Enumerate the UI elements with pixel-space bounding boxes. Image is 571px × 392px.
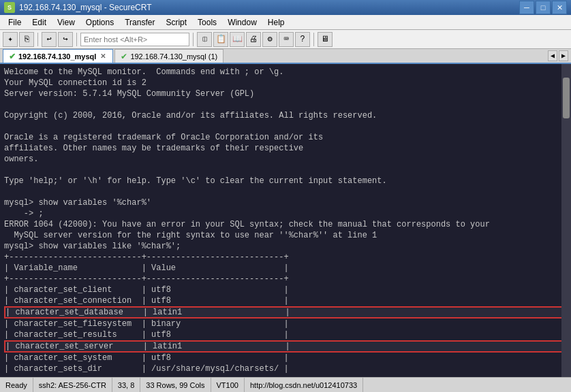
toolbar-copy-btn[interactable]: ⎅ xyxy=(197,32,212,47)
scroll-thumb[interactable] xyxy=(563,78,570,118)
status-terminal: VT100 xyxy=(211,378,245,392)
toolbar-settings-btn[interactable]: ⚙ xyxy=(262,32,277,47)
term-line-4 xyxy=(4,99,567,110)
app-icon: S xyxy=(4,2,15,13)
tab-1-close-icon[interactable]: ✕ xyxy=(99,52,107,61)
term-line-6 xyxy=(4,121,567,132)
status-encryption: ssh2: AES-256-CTR xyxy=(33,378,112,392)
term-line-1: Welcome to the MySQL monitor. Commands e… xyxy=(4,67,567,78)
status-position: 33, 8 xyxy=(112,378,140,392)
term-line-9: owners. xyxy=(4,154,567,165)
term-row-1: | character_set_client | utf8 | xyxy=(4,284,567,295)
term-line-11: Type 'help;' or '\h' for help. Type '\c'… xyxy=(4,176,567,186)
title-bar: S 192.168.74.130_mysql - SecureCRT ─ □ ✕ xyxy=(0,0,571,15)
menu-window[interactable]: Window xyxy=(222,15,262,29)
toolbar-book-btn[interactable]: 📖 xyxy=(230,32,245,47)
term-line-2: Your MySQL connection id is 2 xyxy=(4,78,567,88)
status-dimensions: 33 Rows, 99 Cols xyxy=(140,378,211,392)
tab-nav: ◀ ▶ xyxy=(548,50,568,61)
menu-file[interactable]: File xyxy=(3,15,27,29)
term-line-5: Copyright (c) 2000, 2016, Oracle and/or … xyxy=(4,110,567,121)
terminal-content: Welcome to the MySQL monitor. Commands e… xyxy=(4,67,567,374)
maximize-button[interactable]: □ xyxy=(536,1,551,14)
toolbar-clone-btn[interactable]: ⎘ xyxy=(19,32,34,47)
toolbar-sep-4 xyxy=(313,33,314,46)
term-line-16: MySQL server version for the right synta… xyxy=(4,230,567,241)
tab-nav-right[interactable]: ▶ xyxy=(559,50,568,61)
menu-help[interactable]: Help xyxy=(262,15,290,29)
toolbar-sep-1 xyxy=(37,33,38,46)
toolbar-redo-btn[interactable]: ↪ xyxy=(58,32,73,47)
toolbar-monitor-btn[interactable]: 🖥 xyxy=(318,32,333,47)
scrollbar[interactable] xyxy=(561,64,571,377)
toolbar: ✦ ⎘ ↩ ↪ ⎅ 📋 📖 🖨 ⚙ ⌨ ? 🖥 xyxy=(0,30,571,49)
toolbar-sep-2 xyxy=(76,33,77,46)
status-bar: Ready ssh2: AES-256-CTR 33, 8 33 Rows, 9… xyxy=(0,377,571,392)
term-row-5: | character_set_results | utf8 | xyxy=(4,329,567,340)
tab-2-label: 192.168.74.130_mysql (1) xyxy=(130,52,217,61)
menu-transfer[interactable]: Transfer xyxy=(119,15,160,29)
term-row-8: | character_sets_dir | /usr/share/mysql/… xyxy=(4,363,567,374)
term-row-4: | character_set_filesystem | binary | xyxy=(4,318,567,329)
tab-1-label: 192.168.74.130_mysql xyxy=(18,52,96,61)
term-row-2: | character_set_connection | utf8 | xyxy=(4,295,567,306)
toolbar-print-btn[interactable]: 🖨 xyxy=(246,32,261,47)
menu-script[interactable]: Script xyxy=(160,15,192,29)
window-title: 192.168.74.130_mysql - SecureCRT xyxy=(19,3,152,12)
title-bar-left: S 192.168.74.130_mysql - SecureCRT xyxy=(4,2,152,13)
tab-nav-left[interactable]: ◀ xyxy=(548,50,557,61)
menu-edit[interactable]: Edit xyxy=(27,15,52,29)
term-row-6-highlight: | character_set_server | latin1 | xyxy=(4,340,567,353)
toolbar-undo-btn[interactable]: ↩ xyxy=(42,32,57,47)
tab-1-check-icon: ✔ xyxy=(9,52,16,61)
term-line-8: affiliates. Other names may be trademark… xyxy=(4,143,567,154)
menu-bar: File Edit View Options Transfer Script T… xyxy=(0,15,571,30)
term-line-13: mysql> show variables '%char%' xyxy=(4,197,567,208)
menu-view[interactable]: View xyxy=(52,15,80,29)
term-line-14: -> ; xyxy=(4,208,567,219)
term-line-10 xyxy=(4,165,567,176)
terminal[interactable]: Welcome to the MySQL monitor. Commands e… xyxy=(0,64,571,377)
tab-bar: ✔ 192.168.74.130_mysql ✕ ✔ 192.168.74.13… xyxy=(0,49,571,64)
tab-1[interactable]: ✔ 192.168.74.130_mysql ✕ xyxy=(3,49,113,63)
term-line-7: Oracle is a registered trademark of Orac… xyxy=(4,132,567,143)
status-ready: Ready xyxy=(4,378,33,392)
title-controls: ─ □ ✕ xyxy=(519,1,567,14)
term-line-17: mysql> show variables like '%char%'; xyxy=(4,241,567,252)
term-row-3-highlight: | character_set_database | latin1 | xyxy=(4,306,567,318)
term-table-sep-2: +---------------------------+-----------… xyxy=(4,274,567,284)
host-input[interactable] xyxy=(80,33,189,46)
toolbar-help-btn[interactable]: ? xyxy=(295,32,310,47)
term-line-3: Server version: 5.7.14 MySQL Community S… xyxy=(4,88,567,99)
menu-tools[interactable]: Tools xyxy=(192,15,222,29)
status-url[interactable]: http://blog.csdn.net/u012410733 xyxy=(245,378,363,392)
term-row-7: | character_set_system | utf8 | xyxy=(4,353,567,363)
toolbar-map-btn[interactable]: ⌨ xyxy=(279,32,294,47)
term-table-header: | Variable_name | Value | xyxy=(4,263,567,274)
tab-2-check-icon: ✔ xyxy=(121,52,127,61)
menu-options[interactable]: Options xyxy=(80,15,119,29)
tab-2[interactable]: ✔ 192.168.74.130_mysql (1) xyxy=(114,49,223,63)
term-line-12 xyxy=(4,186,567,197)
term-line-15: ERROR 1064 (42000): You have an error in… xyxy=(4,219,567,230)
term-table-sep-1: +---------------------------+-----------… xyxy=(4,252,567,263)
toolbar-sep-3 xyxy=(193,33,194,46)
toolbar-new-btn[interactable]: ✦ xyxy=(3,32,18,47)
minimize-button[interactable]: ─ xyxy=(519,1,534,14)
close-button[interactable]: ✕ xyxy=(552,1,567,14)
toolbar-paste-btn[interactable]: 📋 xyxy=(213,32,228,47)
